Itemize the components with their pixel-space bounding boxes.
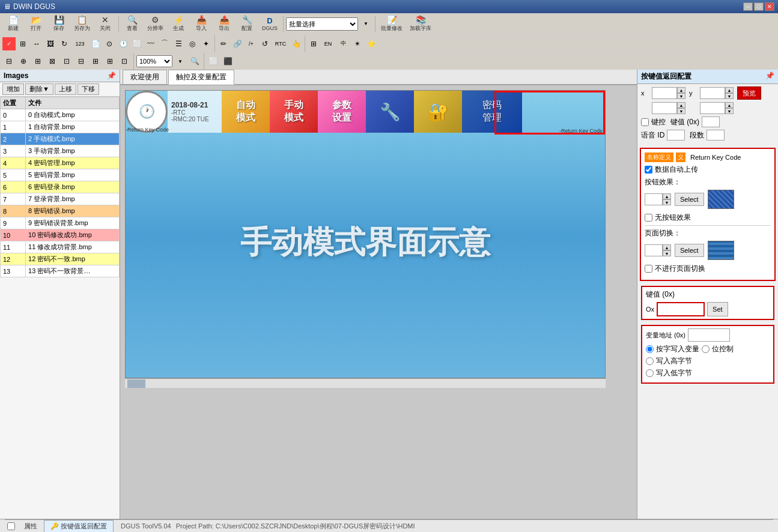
table-row[interactable]: 77 登录背景.bmp bbox=[1, 193, 120, 205]
batch-dropdown-btn[interactable]: ▼ bbox=[359, 17, 372, 31]
zoom-tool2[interactable]: ⊕ bbox=[17, 55, 30, 68]
width-input[interactable]: 140 bbox=[652, 102, 677, 114]
config-button[interactable]: 🔧 配置 bbox=[236, 15, 258, 33]
key-control-checkbox[interactable] bbox=[641, 118, 649, 126]
export-button[interactable]: 📤 导出 bbox=[213, 15, 235, 33]
status-tab-properties[interactable]: 属性 bbox=[17, 520, 44, 533]
close-doc-button[interactable]: ✕ 关闭 bbox=[94, 15, 116, 33]
zoom-search[interactable]: 🔍 bbox=[188, 55, 201, 68]
tool-move[interactable]: ↔ bbox=[30, 37, 43, 50]
zoom-tool1[interactable]: ⊟ bbox=[2, 55, 16, 68]
be-spin-down[interactable]: ▼ bbox=[663, 199, 671, 205]
canvas-area[interactable]: 🕐 2018-08-21 -RTC -RMC:20 TUE -Return Ke… bbox=[120, 85, 637, 519]
x-input[interactable]: 657 bbox=[652, 87, 677, 99]
write-low-radio[interactable] bbox=[646, 369, 654, 377]
select-button-1[interactable]: Select bbox=[675, 193, 704, 206]
minimize-button[interactable]: ─ bbox=[743, 2, 753, 11]
preview-button[interactable]: 预览 bbox=[737, 86, 761, 100]
audio-input[interactable]: 0 bbox=[667, 130, 685, 141]
y-input[interactable]: 1 bbox=[700, 87, 725, 99]
btn-effect-spinbox[interactable]: 4 ▲ ▼ bbox=[645, 193, 671, 205]
x-spin-down[interactable]: ▼ bbox=[677, 93, 685, 99]
var-addr-input[interactable]: 1000 bbox=[688, 328, 730, 342]
key-value-input[interactable] bbox=[702, 116, 720, 127]
canvas-scrollbar-h[interactable] bbox=[125, 378, 606, 388]
table-row[interactable]: 1010 密码修改成功.bmp bbox=[1, 229, 120, 241]
table-row[interactable]: 44 密码管理.bmp bbox=[1, 157, 120, 169]
ps-spin-up[interactable]: ▲ bbox=[663, 244, 671, 250]
manual-mode-btn[interactable]: 手动模式 bbox=[270, 91, 318, 133]
x-spin-up[interactable]: ▲ bbox=[677, 87, 685, 93]
zoom-dropdown[interactable]: ▼ bbox=[174, 55, 187, 68]
table-row[interactable]: 1212 密码不一致.bmp bbox=[1, 253, 120, 265]
tool-text-num[interactable]: 123 bbox=[71, 37, 88, 50]
open-button[interactable]: 📂 打开 bbox=[25, 15, 47, 33]
x-spinbox[interactable]: 657 ▲ ▼ bbox=[652, 87, 685, 99]
table-row[interactable]: 66 密码登录.bmp bbox=[1, 181, 120, 193]
tool-list[interactable]: ☰ bbox=[172, 37, 185, 50]
tool-refresh[interactable]: ↺ bbox=[258, 37, 272, 50]
h-spin-down[interactable]: ▼ bbox=[725, 108, 734, 114]
tool-plus-minus[interactable]: /+ bbox=[245, 37, 258, 50]
table-row[interactable]: 99 密码错误背景.bmp bbox=[1, 217, 120, 229]
btn-effect-input[interactable]: 4 bbox=[645, 193, 663, 205]
password-mgmt-btn[interactable]: 密码管理 bbox=[462, 91, 522, 133]
tool-rtc[interactable]: RTC bbox=[272, 37, 289, 50]
zoom-tool9[interactable]: ⊡ bbox=[118, 55, 131, 68]
tool-en[interactable]: EN bbox=[321, 37, 335, 50]
tool-wave[interactable]: 〰 bbox=[144, 37, 157, 50]
tool-rotate[interactable]: ↻ bbox=[58, 37, 71, 50]
tool-image[interactable]: 🖼 bbox=[44, 37, 57, 50]
delete-image-button[interactable]: 删除▼ bbox=[25, 83, 53, 95]
table-row[interactable]: 22 手动模式.bmp bbox=[1, 133, 120, 145]
tool-select[interactable]: ✓ bbox=[2, 37, 16, 50]
new-button[interactable]: 📄 新建 bbox=[2, 15, 24, 33]
y-spin-up[interactable]: ▲ bbox=[725, 87, 734, 93]
tool-settings2[interactable]: ✴ bbox=[351, 37, 364, 50]
width-spinbox[interactable]: 140 ▲ ▼ bbox=[652, 102, 685, 114]
batch-modify-button[interactable]: 📝 批量修改 bbox=[378, 15, 406, 33]
table-row[interactable]: 1111 修改成功背景.bmp bbox=[1, 241, 120, 253]
table-row[interactable]: 11 自动背景.bmp bbox=[1, 121, 120, 133]
move-up-button[interactable]: 上移 bbox=[55, 83, 76, 95]
bit-control-radio[interactable] bbox=[702, 345, 710, 353]
screen-fit1[interactable]: ⬜ bbox=[207, 55, 220, 68]
close-button[interactable]: ✕ bbox=[765, 2, 774, 11]
tool-clock[interactable]: 🕐 bbox=[117, 37, 130, 50]
tab-welcome[interactable]: 欢迎使用 bbox=[123, 70, 167, 85]
tool-edit[interactable]: ✏ bbox=[217, 37, 230, 50]
import-button[interactable]: 📥 导入 bbox=[190, 15, 212, 33]
height-input[interactable]: 1 bbox=[700, 102, 725, 114]
wrench-btn[interactable]: 🔧 bbox=[366, 91, 414, 133]
check-button[interactable]: 🔍 查看 bbox=[121, 15, 143, 33]
table-row[interactable]: 88 密码错误.bmp bbox=[1, 205, 120, 217]
page-switch-spinbox[interactable]: 6 ▲ ▼ bbox=[645, 244, 671, 256]
page-switch-input[interactable]: 6 bbox=[645, 244, 663, 256]
seg-input[interactable]: 0 bbox=[707, 130, 725, 141]
auto-mode-btn[interactable]: 自动模式 bbox=[222, 91, 270, 133]
tool-arc[interactable]: ⌒ bbox=[158, 37, 171, 50]
tool-gauge[interactable]: ◎ bbox=[186, 37, 199, 50]
table-row[interactable]: 1313 密码不一致背景… bbox=[1, 265, 120, 277]
write-to-var-radio[interactable] bbox=[646, 345, 654, 353]
table-row[interactable]: 55 密码背景.bmp bbox=[1, 169, 120, 181]
h-spin-up[interactable]: ▲ bbox=[725, 102, 734, 108]
zoom-tool8[interactable]: ⊞ bbox=[103, 55, 117, 68]
be-spin-up[interactable]: ▲ bbox=[663, 193, 671, 199]
maximize-button[interactable]: □ bbox=[754, 2, 764, 11]
height-spinbox[interactable]: 1 ▲ ▼ bbox=[700, 102, 734, 114]
tab-touch-config[interactable]: 触控及变量配置 bbox=[168, 70, 234, 85]
tool-hand[interactable]: 👆 bbox=[290, 37, 303, 50]
ps-spin-down[interactable]: ▼ bbox=[663, 250, 671, 256]
no-btn-effect-checkbox[interactable] bbox=[645, 214, 652, 222]
zoom-tool6[interactable]: ⊟ bbox=[74, 55, 88, 68]
tool-circle[interactable]: ⊙ bbox=[103, 37, 116, 50]
tool-rect[interactable]: ⬜ bbox=[130, 37, 144, 50]
zoom-tool4[interactable]: ⊠ bbox=[46, 55, 59, 68]
generate-button[interactable]: ⚡ 生成 bbox=[168, 15, 189, 33]
select-button-2[interactable]: Select bbox=[675, 244, 704, 257]
table-row[interactable]: 33 手动背景.bmp bbox=[1, 145, 120, 157]
move-down-button[interactable]: 下移 bbox=[77, 83, 99, 95]
batch-select-dropdown[interactable]: 批量选择 bbox=[286, 17, 358, 31]
auto-upload-checkbox[interactable] bbox=[645, 166, 652, 174]
